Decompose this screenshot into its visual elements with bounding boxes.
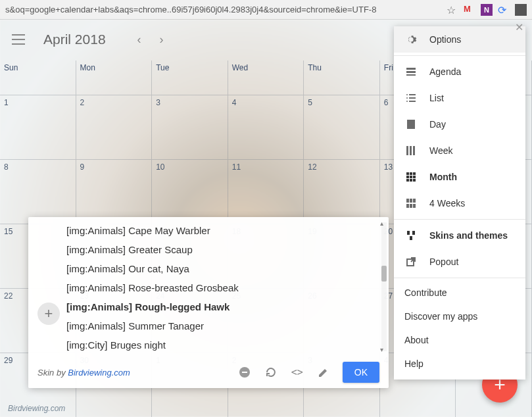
svg-rect-28 (410, 204, 412, 208)
svg-rect-12 (406, 146, 408, 155)
next-month-icon[interactable]: › (160, 33, 164, 47)
menu-item-about[interactable]: About (394, 328, 525, 352)
skin-by-link[interactable]: Birdviewing.com (68, 368, 130, 378)
menu-item-help[interactable]: Help (394, 352, 525, 376)
menu-item-label: Contribute (404, 287, 447, 298)
svg-rect-26 (413, 199, 416, 203)
add-button[interactable]: + (37, 303, 60, 325)
code-icon[interactable]: <> (290, 365, 304, 380)
onenote-icon[interactable]: N (481, 4, 493, 16)
svg-rect-31 (412, 231, 415, 235)
ok-button[interactable]: OK (343, 362, 379, 383)
day-header: Wed (228, 61, 304, 95)
menu-item-week[interactable]: Week (394, 137, 525, 164)
skin-list-item[interactable]: [img:Animals] Rose-breasted Grosbeak (66, 278, 378, 297)
calendar-cell[interactable]: 10 (152, 159, 228, 224)
calendar-cell[interactable]: 5 (304, 95, 380, 159)
scroll-down-icon[interactable]: ▾ (380, 346, 387, 353)
address-text: s&oq=google+calendar+labs&aqs=chrome..69… (5, 5, 447, 14)
svg-point-7 (406, 97, 408, 99)
scroll-thumb[interactable] (381, 266, 387, 282)
menu-item-popout[interactable]: Popout (394, 249, 525, 275)
background-attribution: Birdviewing.com (8, 404, 65, 413)
svg-rect-29 (413, 204, 416, 208)
svg-rect-10 (409, 101, 416, 102)
menu-item-day[interactable]: Day (394, 111, 525, 137)
sync-icon[interactable]: ⟳ (498, 4, 510, 16)
menu-separator (394, 219, 525, 220)
svg-rect-2 (406, 68, 416, 70)
svg-rect-27 (406, 204, 409, 208)
calendar-cell[interactable]: 12 (304, 159, 380, 224)
calendar-cell[interactable]: 9 (76, 159, 153, 224)
star-icon[interactable]: ☆ (447, 4, 458, 16)
skin-list-item[interactable]: [img:Animals] Cape May Warbler (66, 221, 378, 240)
agenda-icon (404, 65, 418, 78)
close-icon[interactable]: ✕ (515, 21, 528, 34)
menu-item-contribute[interactable]: Contribute (394, 281, 525, 305)
calendar-title: April 2018 (43, 32, 106, 47)
svg-rect-25 (410, 199, 412, 203)
svg-rect-24 (406, 199, 409, 203)
menu-item-options[interactable]: Options (394, 26, 525, 53)
calendar-cell[interactable]: 11 (228, 159, 304, 224)
menu-item-label: 4 Weeks (429, 198, 465, 208)
svg-rect-32 (410, 236, 412, 240)
address-bar: s&oq=google+calendar+labs&aqs=chrome..69… (0, 0, 532, 20)
menu-item-label: Discover my apps (404, 311, 477, 322)
menu-item-discover-my-apps[interactable]: Discover my apps (394, 305, 525, 328)
picker-footer: Skin by Birdviewing.com <> OK (28, 356, 389, 388)
svg-rect-15 (406, 172, 409, 175)
hamburger-icon[interactable] (12, 34, 25, 45)
menu-item-month[interactable]: Month (394, 164, 525, 190)
prev-month-icon[interactable]: ‹ (137, 33, 141, 47)
menu-item-label: Popout (429, 257, 458, 267)
calendar-cell[interactable]: 8 (0, 159, 76, 224)
menu-separator (394, 55, 525, 56)
weeks4-icon (404, 197, 418, 210)
scrollbar[interactable]: ▴ ▾ (381, 222, 387, 351)
calendar-cell[interactable]: 2 (76, 95, 153, 159)
calendar-cell[interactable]: 1 (0, 95, 76, 159)
extension-icon[interactable] (515, 4, 527, 16)
day-header: Thu (304, 61, 380, 95)
svg-rect-22 (410, 179, 412, 182)
scroll-track[interactable] (381, 222, 387, 351)
list-icon (404, 91, 418, 105)
menu-item-label: About (404, 335, 429, 345)
day-icon (404, 118, 418, 131)
popout-icon (404, 255, 418, 268)
edit-icon[interactable] (316, 365, 331, 380)
week-icon (404, 144, 418, 157)
skin-list-item[interactable]: [img:Animals] Summer Tanager (66, 316, 378, 335)
svg-rect-19 (410, 176, 412, 178)
skin-list: [img:Animals] Cape May Warbler[img:Anima… (66, 221, 378, 353)
svg-rect-11 (407, 120, 415, 129)
svg-rect-13 (410, 146, 412, 155)
skin-list-item[interactable]: [img:Animals] Rough-legged Hawk (66, 297, 378, 316)
menu-item-skins-and-themes[interactable]: Skins and themes (394, 222, 525, 249)
svg-rect-17 (413, 172, 416, 175)
skin-by-label: Skin by Birdviewing.com (37, 368, 130, 378)
menu-item-list[interactable]: List (394, 85, 525, 111)
svg-rect-23 (413, 179, 416, 182)
menu-item-agenda[interactable]: Agenda (394, 59, 525, 85)
svg-rect-30 (407, 231, 410, 235)
svg-rect-18 (406, 176, 409, 178)
skin-list-item[interactable]: [img:Animals] Our cat, Naya (66, 259, 378, 278)
skin-list-item[interactable]: [img:Animals] Greater Scaup (66, 240, 378, 259)
skin-list-item[interactable]: [img:City] Bruges night (66, 335, 378, 353)
menu-item-label: Week (429, 145, 453, 156)
calendar-cell[interactable]: 3 (152, 95, 228, 159)
menu-item-4-weeks[interactable]: 4 Weeks (394, 190, 525, 216)
skin-picker-dialog: + [img:Animals] Cape May Warbler[img:Ani… (28, 217, 389, 388)
refresh-icon[interactable] (264, 365, 278, 380)
menu-item-label: Month (429, 172, 457, 182)
calendar-cell[interactable]: 4 (228, 95, 304, 159)
day-header: Tue (152, 61, 228, 95)
options-menu: ✕ OptionsAgendaListDayWeekMonth4 WeeksSk… (394, 26, 525, 380)
remove-icon[interactable] (237, 365, 252, 380)
svg-rect-20 (413, 176, 416, 178)
gmail-icon[interactable]: M (464, 4, 475, 16)
svg-rect-3 (406, 71, 416, 73)
